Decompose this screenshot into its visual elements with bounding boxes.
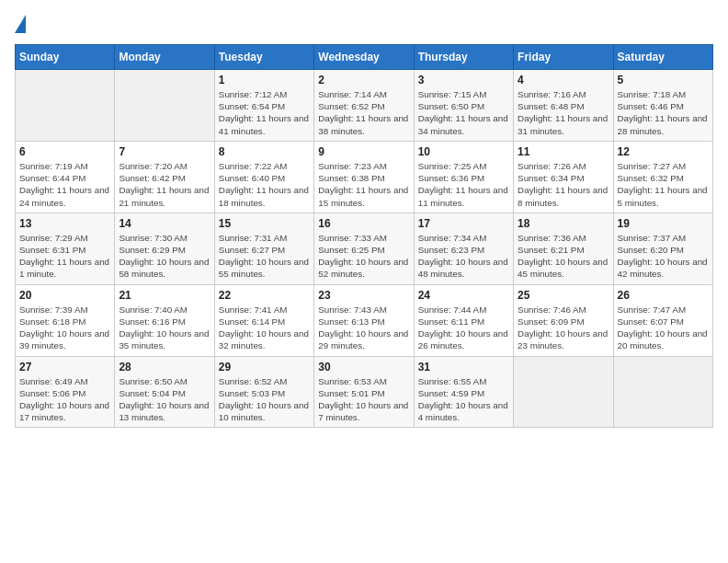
calendar-week-row: 27Sunrise: 6:49 AMSunset: 5:06 PMDayligh…: [16, 356, 713, 428]
weekday-header-tuesday: Tuesday: [214, 45, 313, 70]
weekday-header-monday: Monday: [115, 45, 214, 70]
calendar-cell: 23Sunrise: 7:43 AMSunset: 6:13 PMDayligh…: [314, 284, 414, 356]
day-number: 2: [318, 74, 409, 86]
calendar-cell: 29Sunrise: 6:52 AMSunset: 5:03 PMDayligh…: [214, 356, 313, 428]
calendar-cell: 27Sunrise: 6:49 AMSunset: 5:06 PMDayligh…: [16, 356, 115, 428]
calendar-cell: 18Sunrise: 7:36 AMSunset: 6:21 PMDayligh…: [514, 213, 613, 284]
day-detail: Sunrise: 6:50 AMSunset: 5:04 PMDaylight:…: [119, 375, 210, 424]
calendar-cell: 13Sunrise: 7:29 AMSunset: 6:31 PMDayligh…: [16, 213, 115, 284]
day-number: 10: [418, 145, 509, 158]
calendar-cell: 28Sunrise: 6:50 AMSunset: 5:04 PMDayligh…: [115, 356, 214, 428]
day-number: 18: [518, 217, 609, 230]
day-number: 22: [219, 289, 310, 302]
day-number: 11: [518, 145, 609, 158]
day-number: 3: [418, 74, 509, 86]
day-detail: Sunrise: 7:33 AMSunset: 6:25 PMDaylight:…: [318, 232, 409, 281]
day-detail: Sunrise: 7:18 AMSunset: 6:46 PMDaylight:…: [618, 88, 709, 137]
calendar-week-row: 13Sunrise: 7:29 AMSunset: 6:31 PMDayligh…: [16, 213, 713, 284]
calendar-cell: 10Sunrise: 7:25 AMSunset: 6:36 PMDayligh…: [414, 141, 513, 213]
weekday-header-wednesday: Wednesday: [314, 45, 414, 70]
day-detail: Sunrise: 6:53 AMSunset: 5:01 PMDaylight:…: [318, 375, 409, 424]
day-detail: Sunrise: 7:12 AMSunset: 6:54 PMDaylight:…: [219, 88, 310, 137]
day-number: 19: [618, 217, 709, 230]
calendar-cell: 20Sunrise: 7:39 AMSunset: 6:18 PMDayligh…: [16, 284, 115, 356]
calendar-cell: 11Sunrise: 7:26 AMSunset: 6:34 PMDayligh…: [514, 141, 613, 213]
day-detail: Sunrise: 7:29 AMSunset: 6:31 PMDaylight:…: [19, 232, 110, 281]
calendar-cell: 8Sunrise: 7:22 AMSunset: 6:40 PMDaylight…: [214, 141, 313, 213]
day-number: 16: [318, 217, 409, 230]
calendar-cell: [613, 356, 712, 428]
day-number: 14: [119, 217, 210, 230]
day-number: 23: [318, 289, 409, 302]
calendar-cell: 1Sunrise: 7:12 AMSunset: 6:54 PMDaylight…: [214, 70, 313, 142]
day-detail: Sunrise: 7:16 AMSunset: 6:48 PMDaylight:…: [518, 88, 609, 137]
calendar-cell: [514, 356, 613, 428]
day-number: 27: [19, 361, 110, 373]
weekday-header-sunday: Sunday: [16, 45, 115, 70]
calendar-cell: 14Sunrise: 7:30 AMSunset: 6:29 PMDayligh…: [115, 213, 214, 284]
day-number: 20: [19, 289, 110, 302]
calendar-cell: 26Sunrise: 7:47 AMSunset: 6:07 PMDayligh…: [613, 284, 712, 356]
weekday-header-saturday: Saturday: [613, 45, 712, 70]
day-detail: Sunrise: 7:14 AMSunset: 6:52 PMDaylight:…: [318, 88, 409, 137]
day-number: 7: [119, 145, 210, 158]
day-detail: Sunrise: 6:55 AMSunset: 4:59 PMDaylight:…: [418, 375, 509, 424]
day-detail: Sunrise: 7:43 AMSunset: 6:13 PMDaylight:…: [318, 304, 409, 352]
day-detail: Sunrise: 6:49 AMSunset: 5:06 PMDaylight:…: [19, 375, 110, 424]
calendar-cell: 2Sunrise: 7:14 AMSunset: 6:52 PMDaylight…: [314, 70, 414, 142]
day-number: 9: [318, 145, 409, 158]
day-number: 30: [318, 361, 409, 373]
calendar-cell: [16, 70, 115, 142]
day-number: 5: [618, 74, 709, 86]
calendar-cell: 19Sunrise: 7:37 AMSunset: 6:20 PMDayligh…: [613, 213, 712, 284]
day-detail: Sunrise: 7:34 AMSunset: 6:23 PMDaylight:…: [418, 232, 509, 281]
logo-triangle-icon: [15, 15, 26, 33]
day-detail: Sunrise: 7:40 AMSunset: 6:16 PMDaylight:…: [119, 304, 210, 352]
calendar-cell: 22Sunrise: 7:41 AMSunset: 6:14 PMDayligh…: [214, 284, 313, 356]
calendar-cell: 17Sunrise: 7:34 AMSunset: 6:23 PMDayligh…: [414, 213, 513, 284]
calendar-cell: [115, 70, 214, 142]
calendar-cell: 6Sunrise: 7:19 AMSunset: 6:44 PMDaylight…: [16, 141, 115, 213]
day-number: 13: [19, 217, 110, 230]
calendar-cell: 4Sunrise: 7:16 AMSunset: 6:48 PMDaylight…: [514, 70, 613, 142]
day-detail: Sunrise: 7:22 AMSunset: 6:40 PMDaylight:…: [219, 160, 310, 209]
day-number: 21: [119, 289, 210, 302]
day-number: 8: [219, 145, 310, 158]
logo-blue-text: [15, 15, 29, 33]
day-detail: Sunrise: 7:30 AMSunset: 6:29 PMDaylight:…: [119, 232, 210, 281]
calendar-cell: 30Sunrise: 6:53 AMSunset: 5:01 PMDayligh…: [314, 356, 414, 428]
day-number: 29: [219, 361, 310, 373]
calendar-cell: 9Sunrise: 7:23 AMSunset: 6:38 PMDaylight…: [314, 141, 414, 213]
day-detail: Sunrise: 7:19 AMSunset: 6:44 PMDaylight:…: [19, 160, 110, 209]
day-detail: Sunrise: 7:25 AMSunset: 6:36 PMDaylight:…: [418, 160, 509, 209]
calendar-cell: 15Sunrise: 7:31 AMSunset: 6:27 PMDayligh…: [214, 213, 313, 284]
page-header: [15, 15, 713, 33]
day-detail: Sunrise: 7:27 AMSunset: 6:32 PMDaylight:…: [618, 160, 709, 209]
calendar-week-row: 1Sunrise: 7:12 AMSunset: 6:54 PMDaylight…: [16, 70, 713, 142]
calendar-cell: 7Sunrise: 7:20 AMSunset: 6:42 PMDaylight…: [115, 141, 214, 213]
calendar-cell: 21Sunrise: 7:40 AMSunset: 6:16 PMDayligh…: [115, 284, 214, 356]
calendar-cell: 12Sunrise: 7:27 AMSunset: 6:32 PMDayligh…: [613, 141, 712, 213]
calendar-cell: 25Sunrise: 7:46 AMSunset: 6:09 PMDayligh…: [514, 284, 613, 356]
weekday-header-friday: Friday: [514, 45, 613, 70]
calendar-week-row: 20Sunrise: 7:39 AMSunset: 6:18 PMDayligh…: [16, 284, 713, 356]
day-detail: Sunrise: 7:37 AMSunset: 6:20 PMDaylight:…: [618, 232, 709, 281]
day-number: 6: [19, 145, 110, 158]
day-detail: Sunrise: 7:39 AMSunset: 6:18 PMDaylight:…: [19, 304, 110, 352]
day-number: 15: [219, 217, 310, 230]
calendar-cell: 5Sunrise: 7:18 AMSunset: 6:46 PMDaylight…: [613, 70, 712, 142]
logo: [15, 15, 29, 33]
day-detail: Sunrise: 7:23 AMSunset: 6:38 PMDaylight:…: [318, 160, 409, 209]
day-number: 25: [518, 289, 609, 302]
day-detail: Sunrise: 7:36 AMSunset: 6:21 PMDaylight:…: [518, 232, 609, 281]
weekday-header-row: SundayMondayTuesdayWednesdayThursdayFrid…: [16, 45, 713, 70]
day-detail: Sunrise: 7:46 AMSunset: 6:09 PMDaylight:…: [518, 304, 609, 352]
day-detail: Sunrise: 7:47 AMSunset: 6:07 PMDaylight:…: [618, 304, 709, 352]
day-number: 12: [618, 145, 709, 158]
day-detail: Sunrise: 6:52 AMSunset: 5:03 PMDaylight:…: [219, 375, 310, 424]
day-detail: Sunrise: 7:41 AMSunset: 6:14 PMDaylight:…: [219, 304, 310, 352]
day-number: 31: [418, 361, 509, 373]
calendar-cell: 24Sunrise: 7:44 AMSunset: 6:11 PMDayligh…: [414, 284, 513, 356]
day-number: 28: [119, 361, 210, 373]
calendar-cell: 16Sunrise: 7:33 AMSunset: 6:25 PMDayligh…: [314, 213, 414, 284]
